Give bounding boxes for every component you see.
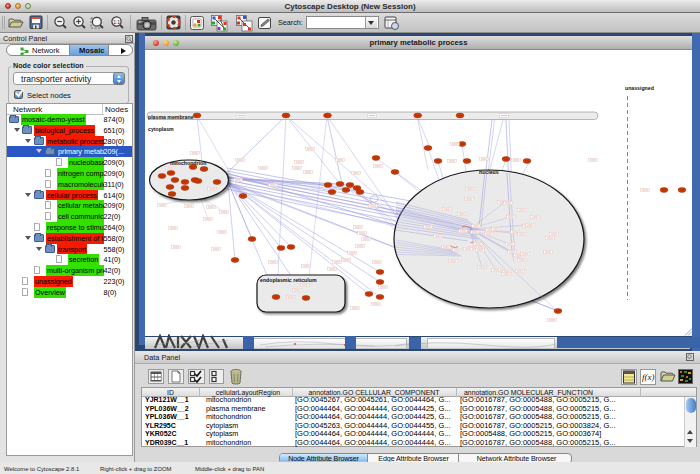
svg-text:plasma membrane: plasma membrane: [148, 114, 194, 120]
svg-text:1:1: 1:1: [113, 19, 120, 25]
svg-text:f(x): f(x): [642, 372, 655, 382]
svg-text:unassigned: unassigned: [625, 85, 654, 91]
svg-text:endoplasmic reticulum: endoplasmic reticulum: [260, 277, 317, 283]
svg-text:mitochondrion: mitochondrion: [170, 160, 206, 166]
svg-text:nucleus: nucleus: [479, 169, 499, 175]
svg-text:cytoplasm: cytoplasm: [148, 126, 174, 132]
